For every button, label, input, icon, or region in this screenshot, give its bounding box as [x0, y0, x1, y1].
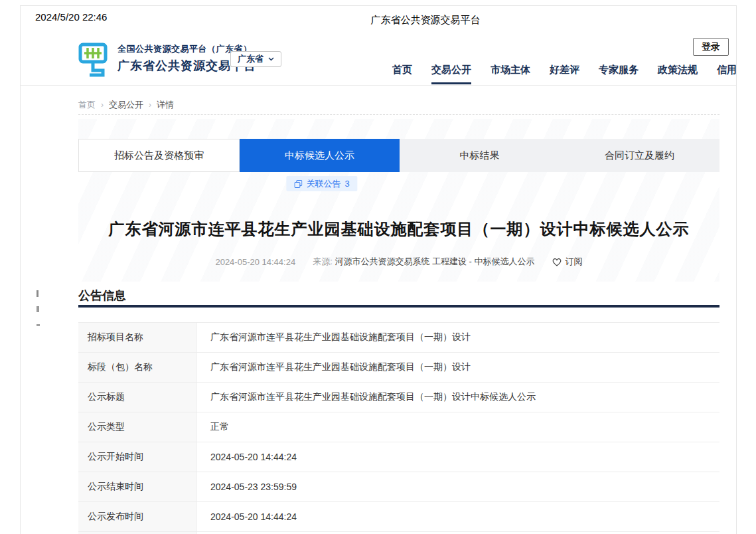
- clipped-edge-fragment: [37, 306, 39, 312]
- copy-icon: [294, 180, 302, 188]
- tab-bar: 招标公告及资格预审 中标候选人公示 中标结果 合同订立及履约: [78, 139, 719, 172]
- row-label: 公示结束时间: [78, 472, 197, 501]
- nav-item-policies[interactable]: 政策法规: [658, 64, 698, 84]
- row-value: 广东省河源市连平县花生产业园基础设施配套项目（一期）设计中标候选人公示: [197, 383, 719, 412]
- row-label: 公示开始时间: [78, 442, 197, 472]
- nav-item-trade-public[interactable]: 交易公开: [431, 64, 471, 84]
- site-logo-icon[interactable]: [76, 41, 110, 80]
- subscribe-button[interactable]: 订阅: [552, 256, 583, 268]
- source-label: 来源:: [313, 256, 333, 266]
- chevron-down-icon: [268, 57, 274, 61]
- tab-tender-announcement[interactable]: 招标公告及资格预审: [78, 139, 240, 172]
- publish-datetime: 2024-05-20 14:44:24: [215, 257, 295, 267]
- related-announcements-count: 3: [344, 179, 349, 189]
- row-value: 2024-05-20 14:44:24: [197, 442, 719, 472]
- tab-winning-result[interactable]: 中标结果: [400, 139, 560, 172]
- print-datetime: 2024/5/20 22:46: [35, 11, 107, 23]
- site-header: 全国公共资源交易平台（广东省） 广东省公共资源交易平台 广东省 登录 首页 交易…: [21, 36, 736, 86]
- row-label: 招标项目名称: [78, 323, 197, 352]
- breadcrumb-home[interactable]: 首页: [78, 99, 96, 111]
- tab-contract-performance[interactable]: 合同订立及履约: [560, 139, 719, 172]
- row-label: 标段（包）名称: [78, 353, 197, 382]
- row-value: 正常: [197, 412, 719, 442]
- subscribe-label: 订阅: [566, 256, 583, 268]
- related-announcements-label: 关联公告: [306, 178, 340, 190]
- print-title: 广东省公共资源交易平台: [371, 14, 481, 27]
- section-title-underline: [78, 305, 719, 308]
- region-selector[interactable]: 广东省: [230, 51, 281, 67]
- source-info: 来源: 河源市公共资源交易系统 工程建设 - 中标候选人公示: [313, 256, 534, 268]
- nav-item-rating[interactable]: 好差评: [550, 64, 579, 84]
- breadcrumb-separator: ›: [101, 100, 104, 110]
- row-label: 公示类型: [78, 412, 197, 442]
- source-value: 河源市公共资源交易系统 工程建设 - 中标候选人公示: [335, 256, 534, 266]
- table-row: 公示开始时间 2024-05-20 14:44:24: [78, 442, 719, 472]
- nav-item-home[interactable]: 首页: [392, 64, 412, 84]
- row-label: 公示标题: [78, 383, 197, 412]
- related-announcements-link[interactable]: 关联公告 3: [286, 176, 357, 191]
- table-row: 标段（包）名称 广东省河源市连平县花生产业园基础设施配套项目（一期）设计: [78, 353, 719, 383]
- announcement-info-table: 招标项目名称 广东省河源市连平县花生产业园基础设施配套项目（一期）设计 标段（包…: [78, 322, 719, 534]
- row-value: 广东省河源市连平县花生产业园基础设施配套项目（一期）设计: [197, 353, 719, 382]
- divider: [78, 114, 719, 115]
- table-row: 公示标题 广东省河源市连平县花生产业园基础设施配套项目（一期）设计中标候选人公示: [78, 383, 719, 412]
- nav-item-credit-info[interactable]: 信用信息: [717, 64, 737, 84]
- table-row: 公示结束时间 2024-05-23 23:59:59: [78, 472, 719, 502]
- table-row: 公示发布时间 2024-05-20 14:44:24: [78, 502, 719, 532]
- breadcrumb: 首页 › 交易公开 › 详情: [78, 99, 174, 111]
- nav-item-expert-services[interactable]: 专家服务: [599, 64, 639, 84]
- clipped-edge-fragment: [37, 324, 40, 326]
- table-row: 招标项目名称 广东省河源市连平县花生产业园基础设施配套项目（一期）设计: [78, 323, 719, 353]
- article-meta: 2024-05-20 14:44:24 来源: 河源市公共资源交易系统 工程建设…: [78, 256, 719, 268]
- article-title: 广东省河源市连平县花生产业园基础设施配套项目（一期）设计中标候选人公示: [78, 219, 719, 240]
- breadcrumb-trade-public[interactable]: 交易公开: [109, 99, 143, 111]
- row-value: 2024-05-23 23:59:59: [197, 472, 719, 501]
- main-nav: 首页 交易公开 市场主体 好差评 专家服务 政策法规 信用信息: [392, 64, 737, 84]
- table-row: 公示类型 正常: [78, 412, 719, 442]
- tab-winning-candidate-publicity[interactable]: 中标候选人公示: [240, 139, 400, 172]
- row-label: 公示发布时间: [78, 502, 197, 531]
- region-selector-value: 广东省: [238, 53, 264, 65]
- breadcrumb-current: 详情: [157, 99, 174, 111]
- page: 2024/5/20 22:46 广东省公共资源交易平台 全国公共资源交易平台（广…: [20, 5, 737, 534]
- section-title: 公告信息: [78, 288, 126, 304]
- row-value: 2024-05-20 14:44:24: [197, 502, 719, 531]
- row-value: 广东省河源市连平县花生产业园基础设施配套项目（一期）设计: [197, 323, 719, 352]
- login-button[interactable]: 登录: [693, 38, 729, 56]
- heart-icon: [552, 258, 562, 266]
- breadcrumb-separator: ›: [149, 100, 151, 110]
- nav-item-market-entities[interactable]: 市场主体: [491, 64, 530, 84]
- clipped-edge-fragment: [37, 290, 38, 297]
